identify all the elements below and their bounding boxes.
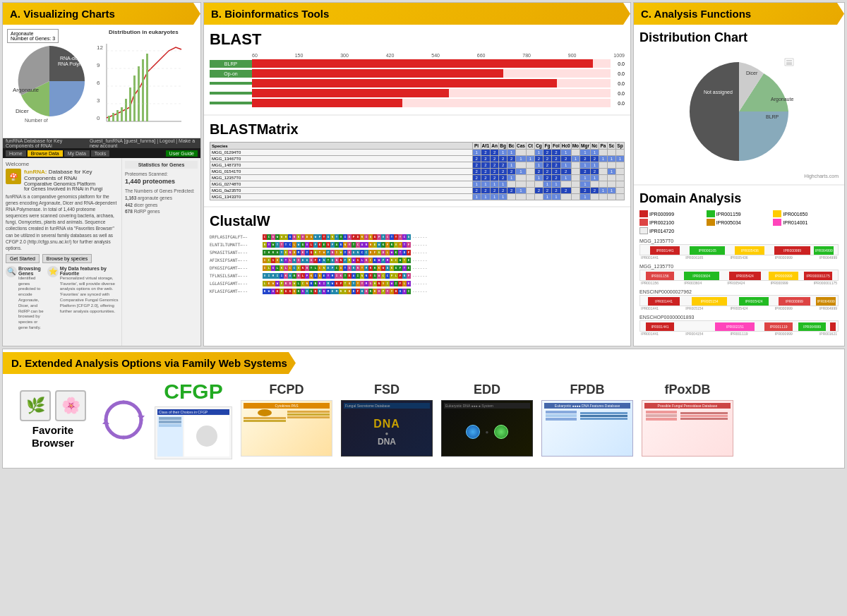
proteomes-value: 1,440 proteomes — [125, 178, 198, 185]
svg-text:9: 9 — [97, 62, 100, 68]
clustalw-sequence-row: SPKASITSANT—---IHRAYENDMKYQHTWFNIWYKGNCC… — [210, 249, 625, 255]
svg-marker-36 — [102, 420, 109, 424]
blast-row-2: Op-on 0.0 — [210, 69, 625, 78]
fpdb-screenshot: Eukaryotic ●●●● DNA Features Database — [541, 400, 633, 457]
fcpd-title: FCPD — [270, 382, 304, 397]
clustalw-sequence-row: LGLASIFGAMT—---LEWWPRDWLCNRNKIMWGPTGYYYM… — [210, 280, 625, 286]
fpdb-title: FPDB — [570, 382, 605, 397]
stats-title: Statistics for Genes — [125, 161, 198, 169]
get-started-btn[interactable]: Get Started — [6, 254, 40, 263]
matrix-row: MGG_13433T01111111 — [210, 194, 625, 200]
clustalw-section: ClustalW DRFLASIFGALFT—-CCGWWHGRKVDGWPYG… — [204, 207, 630, 301]
svg-rect-22 — [146, 54, 148, 121]
cfgp-screenshot: Class of their Choices in CFGP — [155, 406, 232, 459]
welcome-text: Welcome — [6, 161, 119, 167]
svg-text:Argonaute: Argonaute — [13, 87, 39, 93]
edd-tool: EDD Eukaryotic DNA ●●● ● System ● — [441, 382, 533, 457]
fpoxdb-title: fPoxDB — [664, 382, 710, 397]
svg-text:BLRP: BLRP — [766, 114, 779, 119]
funrna-subtitle: Comparative Genomics Platform — [24, 181, 119, 186]
fav-icon-1: 🌿 — [20, 390, 51, 421]
clustalw-sequence-row: AFIKSIFSANT—---ICSVNTLRIDGGFENTQNNFMWSLR… — [210, 257, 625, 263]
members-desc: The Numbers of Genes Predicted: 1,163 ar… — [125, 188, 198, 215]
matrix-row: MGG_02748T01111111 — [210, 181, 625, 188]
funrna-mockup: funRNA Database for Key Components of RN… — [3, 138, 200, 346]
blast-section: BLAST 60 150 300 420 540 660 780 900 100… — [204, 25, 630, 116]
svg-text:Argonaute: Argonaute — [771, 97, 793, 102]
track-label-1: MGG_12357T0 — [639, 238, 839, 243]
fcpd-screenshot: Cytokines PAS — [241, 400, 332, 457]
svg-text:Number of: Number of — [25, 118, 48, 123]
panel-c: C. Analysis Functions Distribution Chart — [633, 2, 845, 346]
matrix-row: MGG_14873T022221122111 — [210, 162, 625, 169]
pie-chart-area: Argonaute Number of Genes: 3 RNA-depe — [7, 29, 88, 133]
svg-rect-18 — [129, 87, 131, 121]
funrna-user-text: Guest_funRNA [guest_funrna] | Logout | M… — [90, 138, 198, 148]
funrna-logo-text: funRNA: Database for Key Components of R… — [24, 169, 119, 181]
nav-browse[interactable]: Browse Data — [28, 150, 63, 157]
nav-mydata[interactable]: My Data — [64, 150, 90, 157]
fav-icon-2: 🌸 — [55, 390, 86, 421]
track-label-4: ENSCHOP00000001893 — [639, 315, 839, 320]
browsing-genes-desc: Identified genes predicted to encode Arg… — [18, 276, 44, 331]
funrna-topbar-text: funRNA Database for Key Components of RN… — [6, 138, 90, 148]
svg-rect-17 — [125, 99, 127, 121]
svg-text:Dicer: Dicer — [16, 108, 29, 114]
bar-chart-area: Distribution in eukaryotes 12 9 6 3 0 — [91, 29, 196, 133]
distribution-pie-svg: Not assigned Argonaute BLRP Dicer — [683, 55, 795, 168]
track-label-2: MGG_12357T0 — [639, 264, 839, 269]
fcpd-tool: FCPD Cytokines PAS — [241, 382, 332, 457]
svg-text:0: 0 — [97, 115, 100, 121]
clustalw-title: ClustalW — [210, 213, 625, 229]
svg-rect-16 — [121, 107, 123, 121]
svg-text:RNA Polymerase: RNA Polymerase — [58, 61, 92, 67]
favorite-browser-label: Favorite Browser — [14, 424, 92, 449]
domain-legend: IPR000999 IPR001159 IPR001650 IPR002100 … — [639, 210, 839, 234]
svg-rect-20 — [138, 66, 140, 121]
panel-a: A. Visualizing Charts Argonaute Number o… — [2, 2, 201, 346]
sync-icon-svg — [102, 399, 145, 441]
blastmatrix-section: BLASTMatrix Species Pi Af1 An Bg Bc Ca — [204, 116, 630, 207]
edd-screenshot: Eukaryotic DNA ●●● ● System ● — [441, 400, 533, 457]
blast-row-1: BLRP 0.0 — [210, 59, 625, 68]
matrix-row: MGG_01294T012211122111 — [210, 150, 625, 156]
sync-arrows-icon — [100, 397, 146, 442]
distribution-section: Distribution Chart — [634, 25, 844, 186]
bar-chart-svg: 12 9 6 3 0 — [91, 37, 183, 128]
clustalw-sequence-row: KFLASIFGAMT—---RWAEMGGQKSVSKDGMEMRHDDFHD… — [210, 288, 625, 294]
domain-tracks: MGG_12357T0 IPR001441 IPR006165 IPR00543… — [639, 238, 839, 336]
svg-text:6: 6 — [97, 80, 100, 86]
browse-species-btn[interactable]: Browse by species — [42, 254, 92, 263]
svg-rect-19 — [133, 76, 136, 121]
fsd-screenshot: Fungal Secretome Database DNA ● DNA — [341, 400, 433, 457]
clustalw-sequence-row: ELNTILTUMATT—--RYWTTTCLWQVLFEESPARNYTCAR… — [210, 241, 625, 248]
fsd-tool: FSD Fungal Secretome Database DNA ● DNA — [341, 382, 433, 457]
funrna-subtitle2: for Genes Involved in RNAi in Fungi — [24, 186, 119, 191]
browsing-genes-title: Browsing Genes — [18, 266, 44, 276]
distribution-title: Distribution Chart — [639, 30, 839, 45]
nav-tools[interactable]: Tools — [91, 150, 109, 157]
section-d: D. Extended Analysis Options via Family … — [2, 349, 845, 469]
blast-row-5: 0.0 — [210, 99, 625, 107]
matrix-row: MGG_01541T02222212222221 — [210, 169, 625, 175]
nav-userguide[interactable]: User Guide — [166, 150, 198, 157]
svg-text:Dicer: Dicer — [746, 71, 758, 76]
panel-b: B. Bioinformatics Tools BLAST 60 150 300… — [203, 2, 631, 346]
favorite-browser-container: 🌿 🌸 Favorite Browser — [14, 390, 92, 449]
clustalw-sequences: DRFLASIFGALFT—-CCGWWHGRKVDGWPYGNYVIDPDRI… — [210, 234, 625, 294]
track-label-3: ENSCINP00000027962 — [639, 289, 839, 294]
svg-rect-14 — [112, 113, 114, 121]
my-data-desc: Personalized virtual storage, 'Favorite'… — [60, 276, 119, 315]
blast-row-3: 0.0 — [210, 79, 625, 87]
section-a-header: A. Visualizing Charts — [3, 3, 200, 25]
svg-text:RNA-dependent: RNA-dependent — [60, 56, 92, 61]
nav-home[interactable]: Home — [6, 150, 26, 157]
clustalw-sequence-row: TFLNSILSANT—---VIMIIKARHLPKIGEYMIKTEAINN… — [210, 272, 625, 279]
chart-tooltip: Argonaute Number of Genes: 3 — [7, 29, 59, 43]
domain-title: Domain Analysis — [639, 191, 839, 206]
clustalw-sequence-row: DFKGSIFGAMT—---ILGLKLCCVNHYLCNEPCATSRRTM… — [210, 265, 625, 271]
svg-text:Not assigned: Not assigned — [704, 90, 733, 95]
fpdb-tool: FPDB Eukaryotic ●●●● DNA Features Databa… — [541, 382, 633, 457]
matrix-row: MGG_12357T022221122111 — [210, 175, 625, 181]
svg-text:12: 12 — [97, 44, 103, 51]
